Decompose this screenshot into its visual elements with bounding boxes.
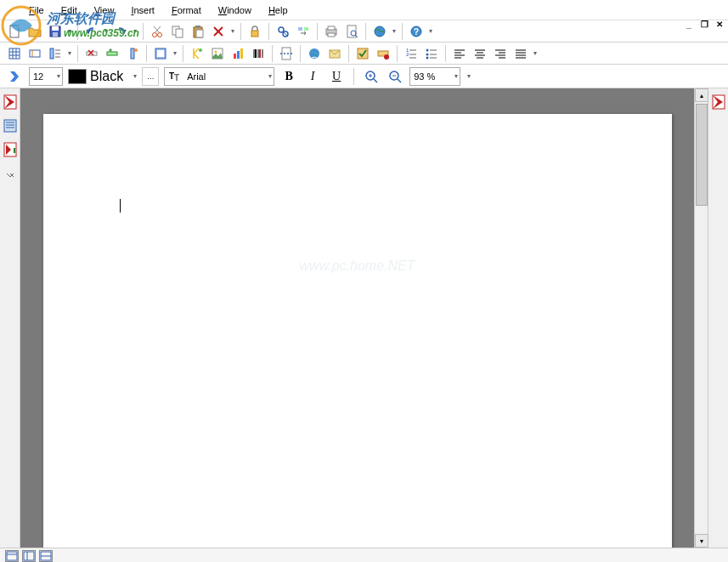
print-button[interactable] xyxy=(322,22,341,41)
vertical-scrollbar[interactable]: ▴ ▾ xyxy=(694,88,708,548)
style-icon[interactable] xyxy=(5,67,24,86)
view-mode-3-button[interactable] xyxy=(39,550,53,562)
menu-edit[interactable]: Edit xyxy=(53,2,86,19)
pdf-icon[interactable] xyxy=(2,92,19,112)
open-button[interactable] xyxy=(25,22,44,41)
color-name: Black xyxy=(90,69,123,84)
svg-rect-11 xyxy=(176,29,183,37)
undo-button[interactable] xyxy=(82,22,101,41)
text-view-icon[interactable] xyxy=(2,116,19,136)
toolbar-options[interactable]: ▾ xyxy=(427,22,434,41)
left-sidebar xyxy=(0,88,20,548)
font-name-value: Arial xyxy=(187,71,206,82)
delete-dropdown[interactable]: ▾ xyxy=(229,22,236,41)
toolbar-options[interactable]: ▾ xyxy=(466,67,472,86)
menu-view[interactable]: View xyxy=(86,2,123,19)
new-document-button[interactable] xyxy=(5,22,24,41)
restore-button[interactable]: ❐ xyxy=(699,19,709,29)
help-button[interactable]: ? xyxy=(407,22,426,41)
undo-dropdown[interactable]: ▾ xyxy=(103,22,110,41)
web-button[interactable] xyxy=(370,22,389,41)
svg-text:2: 2 xyxy=(406,52,409,57)
page-break-button[interactable] xyxy=(277,44,296,63)
minimize-button[interactable]: _ xyxy=(684,19,694,29)
align-justify-button[interactable] xyxy=(511,44,530,63)
svg-rect-39 xyxy=(50,48,54,59)
redo-dropdown[interactable]: ▾ xyxy=(132,22,138,41)
menu-insert[interactable]: Insert xyxy=(122,2,163,19)
layout-dropdown[interactable]: ▾ xyxy=(172,44,178,63)
italic-button[interactable]: I xyxy=(303,67,322,86)
expand-icon[interactable] xyxy=(2,165,19,185)
pdf-right-icon[interactable] xyxy=(710,92,727,112)
zoom-out-button[interactable] xyxy=(386,67,404,86)
pdf-export-icon[interactable] xyxy=(2,139,19,160)
align-center-button[interactable] xyxy=(471,44,489,63)
separator xyxy=(77,23,78,40)
insert-row-button[interactable] xyxy=(103,44,121,63)
delete-row-button[interactable] xyxy=(82,44,101,63)
view-mode-1-button[interactable] xyxy=(5,550,19,562)
font-color-picker[interactable]: Black ▾ xyxy=(68,69,137,84)
svg-rect-108 xyxy=(4,120,16,132)
find-button[interactable] xyxy=(274,22,292,41)
save-dropdown[interactable]: ▾ xyxy=(66,22,73,41)
document-viewport[interactable]: www.pc.home.NET xyxy=(20,88,694,548)
web-dropdown[interactable]: ▾ xyxy=(391,22,398,41)
svg-line-8 xyxy=(155,26,161,33)
cut-button[interactable] xyxy=(148,22,166,41)
font-name-combo[interactable]: TT Arial ▾ xyxy=(164,67,274,86)
scroll-down-button[interactable]: ▾ xyxy=(695,534,708,548)
menu-file[interactable]: File xyxy=(20,2,53,19)
menu-window[interactable]: Window xyxy=(210,2,260,19)
paste-button[interactable] xyxy=(189,22,207,41)
menu-format[interactable]: Format xyxy=(163,2,210,19)
copy-button[interactable] xyxy=(168,22,187,41)
hyperlink-button[interactable] xyxy=(305,44,324,63)
column-button[interactable] xyxy=(123,44,142,63)
underline-button[interactable]: U xyxy=(327,67,346,86)
menu-help[interactable]: Help xyxy=(260,2,296,19)
zoom-in-button[interactable] xyxy=(362,67,381,86)
email-button[interactable] xyxy=(325,44,344,63)
control-button[interactable] xyxy=(374,44,392,63)
font-size-combo[interactable]: 12 ▾ xyxy=(29,67,63,86)
points-button[interactable]: … xyxy=(142,67,159,86)
barcode-button[interactable] xyxy=(249,44,268,63)
field-dropdown[interactable]: ▾ xyxy=(66,44,73,63)
align-dropdown[interactable]: ▾ xyxy=(532,44,539,63)
view-mode-2-button[interactable] xyxy=(22,550,36,562)
field-list-button[interactable] xyxy=(46,44,65,63)
delete-button[interactable] xyxy=(209,22,228,41)
save-button[interactable] xyxy=(46,22,65,41)
insert-field-button[interactable] xyxy=(25,44,44,63)
scroll-up-button[interactable]: ▴ xyxy=(695,88,708,102)
svg-rect-4 xyxy=(52,26,59,31)
scroll-thumb[interactable] xyxy=(696,104,708,206)
image-button[interactable] xyxy=(208,44,227,63)
replace-button[interactable] xyxy=(294,22,313,41)
svg-point-7 xyxy=(158,32,162,37)
page-layout-button[interactable] xyxy=(151,44,170,63)
svg-point-6 xyxy=(153,32,157,37)
align-left-button[interactable] xyxy=(450,44,469,63)
lock-button[interactable] xyxy=(245,22,264,41)
script-button[interactable] xyxy=(188,44,206,63)
zoom-combo[interactable]: 93 % ▾ xyxy=(409,67,460,86)
standard-toolbar: ▾ ▾ ▾ ▾ ▾ ? ▾ xyxy=(0,20,728,43)
numbered-list-button[interactable]: 12 xyxy=(402,44,420,63)
document-page[interactable]: www.pc.home.NET xyxy=(43,114,672,548)
bold-button[interactable]: B xyxy=(279,67,298,86)
chart-button[interactable] xyxy=(229,44,247,63)
table-button[interactable] xyxy=(5,44,24,63)
redo-button[interactable] xyxy=(111,22,130,41)
print-preview-button[interactable] xyxy=(342,22,361,41)
bullet-list-button[interactable] xyxy=(422,44,441,63)
svg-rect-32 xyxy=(9,48,20,59)
align-right-button[interactable] xyxy=(491,44,510,63)
svg-point-70 xyxy=(384,54,389,60)
separator xyxy=(240,23,241,40)
checkbox-button[interactable] xyxy=(353,44,372,63)
close-button[interactable]: ✕ xyxy=(714,19,725,29)
svg-rect-46 xyxy=(107,52,117,55)
